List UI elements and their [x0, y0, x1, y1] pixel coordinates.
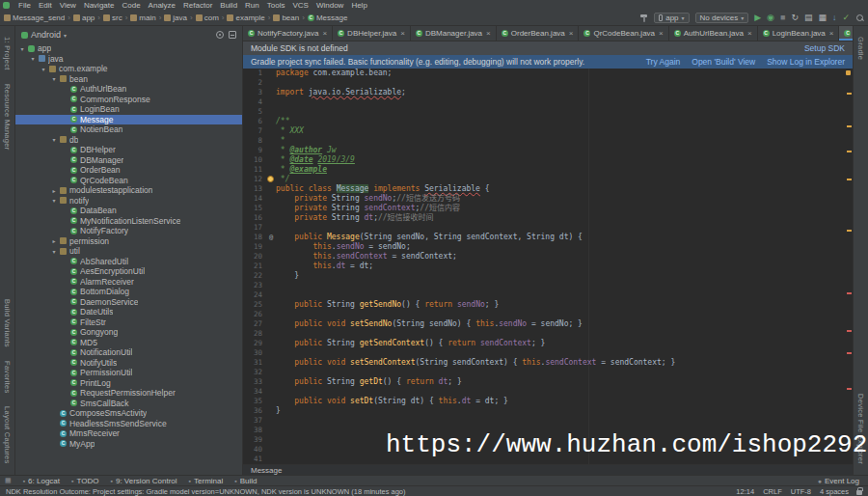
tool-tab-layout-captures[interactable]: Layout Captures — [3, 406, 12, 464]
menu-edit[interactable]: Edit — [35, 1, 56, 10]
tree-item[interactable]: CHeadlessSmsSendService — [15, 419, 242, 429]
stripe-mark[interactable] — [847, 388, 852, 390]
lock-icon[interactable] — [856, 490, 862, 495]
tree-item[interactable]: CQrCodeBean — [15, 176, 242, 186]
banner-action[interactable]: Try Again — [646, 57, 681, 67]
editor-tab[interactable]: CQrCodeBean.java× — [579, 26, 668, 41]
menu-tools[interactable]: Tools — [263, 1, 289, 10]
tree-toggle-icon[interactable]: ▾ — [51, 136, 57, 143]
stripe-mark[interactable] — [847, 93, 852, 95]
status-12-14[interactable]: 12:14 — [736, 487, 754, 496]
tree-item[interactable]: CAuthUrlBean — [15, 84, 242, 95]
toolwindow-button-9-version-control[interactable]: ▪9: Version Control — [110, 477, 176, 485]
breadcrumb-item[interactable]: example — [227, 14, 264, 22]
menu-view[interactable]: View — [56, 1, 80, 10]
close-tab-icon[interactable]: × — [400, 29, 405, 38]
tree-item[interactable]: CFilteStr — [15, 317, 242, 328]
intention-bulb-icon[interactable] — [267, 176, 274, 182]
tree-item[interactable]: CAbSharedUtil — [15, 257, 242, 267]
menu-run[interactable]: Run — [241, 1, 263, 10]
editor-tab[interactable]: CLoginBean.java× — [758, 26, 840, 41]
tree-toggle-icon[interactable]: ▾ — [30, 55, 36, 62]
sync-project-icon[interactable]: ↻ — [791, 14, 799, 22]
run-icon[interactable]: ▶ — [754, 14, 761, 22]
breadcrumb-item[interactable]: app — [73, 14, 95, 22]
breadcrumb-item[interactable]: Message_send — [4, 14, 65, 22]
inspection-indicator-icon[interactable] — [846, 70, 851, 75]
tree-item[interactable]: CMmsReceiver — [15, 428, 242, 439]
menu-refactor[interactable]: Refactor — [179, 1, 216, 10]
debug-icon[interactable]: ◉ — [767, 14, 774, 22]
tree-item[interactable]: COrderBean — [15, 165, 242, 176]
close-tab-icon[interactable]: × — [569, 29, 574, 38]
vcs-update-icon[interactable]: ↓ — [832, 14, 837, 22]
tree-item[interactable]: ▾notify — [15, 196, 242, 207]
menu-file[interactable]: File — [14, 1, 35, 10]
tree-toggle-icon[interactable]: ▸ — [51, 237, 57, 244]
banner-action[interactable]: Setup SDK — [804, 43, 845, 53]
close-tab-icon[interactable]: × — [829, 29, 834, 38]
tree-item[interactable]: CDaemonService — [15, 297, 242, 308]
tool-tab-resource-manager[interactable]: Resource Manager — [3, 84, 12, 151]
tree-item[interactable]: CNotifyUtils — [15, 358, 242, 369]
tree-item[interactable]: CNotificationUtil — [15, 347, 242, 358]
breadcrumb-item[interactable]: bean — [273, 14, 299, 22]
editor-tab[interactable]: CAuthUrlBean.java× — [669, 26, 758, 41]
collapse-all-icon[interactable] — [229, 31, 236, 39]
breadcrumb-item[interactable]: java — [164, 14, 187, 22]
status-message[interactable]: NDK Resolution Outcome: Project settings… — [6, 487, 406, 496]
tree-item[interactable]: ▾java — [15, 54, 242, 65]
status-4-spaces[interactable]: 4 spaces — [820, 487, 849, 496]
editor-tab[interactable]: CMessage.java× — [839, 26, 853, 41]
menu-help[interactable]: Help — [347, 1, 370, 10]
tree-item[interactable]: CPermissionUtil — [15, 368, 242, 378]
menu-analyze[interactable]: Analyze — [145, 1, 179, 10]
menu-code[interactable]: Code — [118, 1, 144, 10]
tree-item[interactable]: CDBManager — [15, 155, 242, 166]
stripe-mark[interactable] — [847, 330, 852, 332]
banner-action[interactable]: Open 'Build' View — [692, 57, 755, 67]
tree-toggle-icon[interactable]: ▸ — [51, 187, 57, 194]
tree-toggle-icon[interactable]: ▾ — [41, 66, 46, 72]
toolwindow-button-todo[interactable]: ▪TODO — [71, 477, 98, 485]
tree-item[interactable]: CLoginBean — [15, 104, 242, 115]
tree-item[interactable]: ▸permission — [15, 236, 242, 247]
menu-vcs[interactable]: VCS — [288, 1, 312, 10]
tree-item[interactable]: CMessage — [15, 115, 242, 125]
tree-item[interactable]: CNotifyFactory — [15, 226, 242, 236]
tree-toggle-icon[interactable]: ▾ — [51, 197, 57, 204]
tree-toggle-icon[interactable]: ▾ — [19, 45, 25, 52]
tool-tab-gradle[interactable]: Gradle — [856, 37, 865, 60]
tree-item[interactable]: CAesEncryptionUtil — [15, 266, 242, 277]
status-utf-8[interactable]: UTF-8 — [791, 487, 811, 496]
close-tab-icon[interactable]: × — [486, 29, 491, 38]
breadcrumb-item[interactable]: com — [196, 14, 219, 22]
editor-breadcrumb-label[interactable]: Message — [251, 466, 282, 475]
avd-manager-icon[interactable]: ▤ — [804, 14, 813, 22]
stripe-mark[interactable] — [847, 352, 852, 354]
menu-build[interactable]: Build — [216, 1, 241, 10]
toolwindow-button-build[interactable]: ▪Build — [234, 477, 257, 485]
tree-item[interactable]: CBottomDialog — [15, 287, 242, 297]
breadcrumb-item[interactable]: src — [103, 14, 122, 22]
stripe-mark[interactable] — [847, 230, 852, 232]
search-everywhere-icon[interactable] — [855, 14, 864, 22]
tree-toggle-icon[interactable]: ▾ — [51, 248, 57, 255]
close-tab-icon[interactable]: × — [659, 29, 664, 38]
tree-item[interactable]: ▾app — [15, 43, 242, 54]
banner-action[interactable]: Show Log in Explorer — [767, 57, 845, 67]
tree-item[interactable]: CCommonResponse — [15, 95, 242, 105]
tree-item[interactable]: ▸modulestestapplication — [15, 185, 242, 196]
build-hammer-icon[interactable] — [639, 14, 648, 22]
editor-tab[interactable]: CNotifyFactory.java× — [243, 26, 333, 41]
editor-tab[interactable]: CDBManager.java× — [411, 26, 497, 41]
toolwindow-button-terminal[interactable]: ▪Terminal — [189, 477, 224, 485]
run-config-select[interactable]: app ▾ — [654, 13, 689, 23]
toolwindow-switcher-icon[interactable]: ▦ — [5, 477, 12, 484]
tree-item[interactable]: CMD5 — [15, 338, 242, 348]
tool-tab-favorites[interactable]: Favorites — [3, 361, 12, 394]
editor-tab[interactable]: CDBHelper.java× — [333, 26, 411, 41]
tool-tab-build-variants[interactable]: Build Variants — [3, 299, 12, 347]
tree-item[interactable]: CDataBean — [15, 206, 242, 216]
sdk-manager-icon[interactable]: ▦ — [818, 14, 827, 22]
